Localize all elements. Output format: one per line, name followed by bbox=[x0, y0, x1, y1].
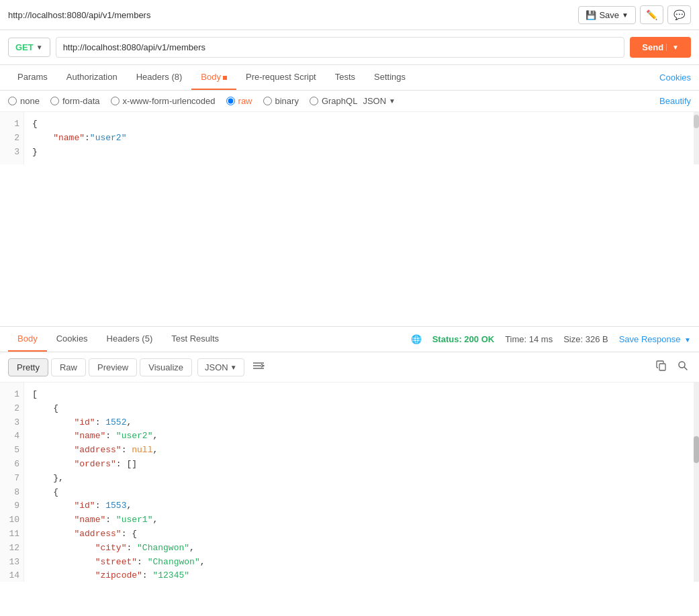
send-button[interactable]: Send ▼ bbox=[630, 37, 691, 58]
pencil-button[interactable]: ✏️ bbox=[640, 5, 663, 24]
comment-icon: 💬 bbox=[673, 9, 685, 20]
response-section: Body Cookies Headers (5) Test Results 🌐 … bbox=[0, 327, 699, 582]
resp-view-raw[interactable]: Raw bbox=[51, 358, 86, 376]
save-response-chevron-icon: ▼ bbox=[684, 336, 691, 344]
svg-rect-3 bbox=[659, 364, 665, 370]
send-label: Send bbox=[642, 42, 663, 52]
resp-tab-test-results[interactable]: Test Results bbox=[162, 327, 228, 352]
method-select[interactable]: GET ▼ bbox=[8, 38, 50, 57]
request-body-editor[interactable]: 1 2 3 { "name":"user2" } bbox=[0, 112, 699, 327]
tab-headers[interactable]: Headers (8) bbox=[127, 65, 192, 90]
top-bar-actions: 💾 Save ▼ ✏️ 💬 bbox=[578, 5, 691, 24]
comment-button[interactable]: 💬 bbox=[667, 5, 691, 24]
tab-settings[interactable]: Settings bbox=[365, 65, 415, 90]
send-dropdown-icon[interactable]: ▼ bbox=[666, 44, 679, 51]
request-tabs: Params Authorization Headers (8) Body Pr… bbox=[0, 65, 699, 91]
response-format-row: Pretty Raw Preview Visualize JSON ▼ bbox=[0, 352, 699, 382]
request-body-content[interactable]: { "name":"user2" } bbox=[24, 112, 694, 164]
resp-view-pretty[interactable]: Pretty bbox=[8, 358, 48, 376]
tab-prerequest[interactable]: Pre-request Script bbox=[236, 65, 326, 90]
tab-params[interactable]: Params bbox=[8, 65, 57, 90]
tab-tests[interactable]: Tests bbox=[326, 65, 365, 90]
response-action-icons bbox=[653, 358, 691, 376]
json-chevron-icon: ▼ bbox=[389, 97, 395, 105]
resp-tab-cookies[interactable]: Cookies bbox=[47, 327, 97, 352]
status-code: Status: 200 OK bbox=[432, 334, 494, 344]
resp-view-visualize[interactable]: Visualize bbox=[140, 358, 192, 376]
method-chevron-icon: ▼ bbox=[36, 44, 43, 51]
body-type-row: none form-data x-www-form-urlencoded raw… bbox=[0, 91, 699, 112]
line-numbers: 1 2 3 bbox=[0, 112, 24, 164]
method-label: GET bbox=[15, 42, 34, 52]
resp-json-chevron-icon: ▼ bbox=[230, 364, 237, 371]
response-body-content: [ { "id": 1552, "name": "user2", "addres… bbox=[24, 382, 694, 582]
resp-tab-body[interactable]: Body bbox=[8, 327, 47, 352]
url-bar: GET ▼ Send ▼ bbox=[0, 30, 699, 65]
search-response-button[interactable] bbox=[675, 358, 691, 376]
url-input[interactable] bbox=[56, 37, 625, 58]
resp-line-numbers: 1 2 3 4 5 6 7 8 9 10 11 12 13 14 15 16 1… bbox=[0, 382, 24, 582]
cookies-link[interactable]: Cookies bbox=[659, 72, 691, 83]
tab-authorization[interactable]: Authorization bbox=[57, 65, 127, 90]
json-format-select[interactable]: JSON ▼ bbox=[363, 96, 395, 106]
top-bar: http://localhost:8080/api/v1/members 💾 S… bbox=[0, 0, 699, 30]
radio-binary[interactable]: binary bbox=[263, 96, 299, 106]
radio-urlencoded[interactable]: x-www-form-urlencoded bbox=[111, 96, 216, 106]
svg-line-5 bbox=[684, 367, 687, 370]
resp-tab-headers[interactable]: Headers (5) bbox=[97, 327, 162, 352]
response-scrollbar[interactable] bbox=[694, 382, 699, 582]
wrap-lines-button[interactable] bbox=[250, 358, 267, 376]
save-label: Save bbox=[599, 10, 619, 20]
radio-form-data[interactable]: form-data bbox=[50, 96, 100, 106]
radio-graphql[interactable]: GraphQL bbox=[310, 96, 357, 106]
radio-raw[interactable]: raw bbox=[226, 96, 252, 106]
copy-response-button[interactable] bbox=[653, 358, 669, 376]
response-body-viewer[interactable]: 1 2 3 4 5 6 7 8 9 10 11 12 13 14 15 16 1… bbox=[0, 382, 699, 582]
radio-none[interactable]: none bbox=[8, 96, 40, 106]
response-size: Size: 326 B bbox=[563, 334, 608, 344]
editor-scrollbar[interactable] bbox=[694, 112, 699, 164]
resp-view-preview[interactable]: Preview bbox=[89, 358, 137, 376]
save-disk-icon: 💾 bbox=[586, 10, 596, 20]
body-dot-indicator bbox=[223, 76, 227, 80]
globe-icon: 🌐 bbox=[411, 334, 422, 344]
resp-json-format-select[interactable]: JSON ▼ bbox=[197, 358, 244, 376]
top-bar-url: http://localhost:8080/api/v1/members bbox=[8, 10, 150, 20]
tabs-right: Cookies bbox=[659, 72, 691, 83]
response-status-bar: 🌐 Status: 200 OK Time: 14 ms Size: 326 B… bbox=[411, 334, 691, 344]
save-dropdown-icon: ▼ bbox=[622, 11, 628, 19]
response-tabs: Body Cookies Headers (5) Test Results 🌐 … bbox=[0, 327, 699, 352]
tab-body[interactable]: Body bbox=[191, 65, 236, 90]
save-response-button[interactable]: Save Response ▼ bbox=[619, 334, 691, 344]
save-button[interactable]: 💾 Save ▼ bbox=[578, 6, 636, 24]
beautify-button[interactable]: Beautify bbox=[659, 96, 691, 106]
response-time: Time: 14 ms bbox=[505, 334, 553, 344]
pencil-icon: ✏️ bbox=[646, 9, 657, 20]
